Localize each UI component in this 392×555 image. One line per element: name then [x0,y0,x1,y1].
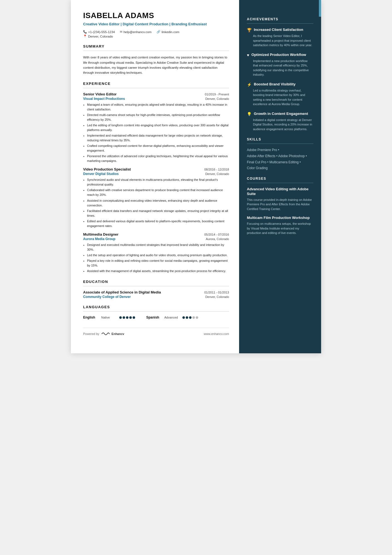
job-date-1: 01/2019 - Present [205,93,229,96]
edu-degree-1: Associate of Applied Science in Digital … [83,290,161,294]
achievements-divider [247,23,313,24]
lang-dots-spanish [182,316,198,319]
skill-line-2: Adobe After Effects • Adobe Photoshop • [247,154,313,159]
languages-section-title: LANGUAGES [83,305,229,309]
footer: Powered by Enhancv www.enhancv.com [83,328,229,336]
job-date-2: 08/2016 - 12/2018 [204,168,229,171]
job-header-1: Senior Video Editor 01/2019 - Present [83,92,229,96]
course-item-1: Advanced Video Editing with Adobe Suite … [247,187,313,211]
location-icon: 📍 [83,34,87,38]
lang-level-spanish: Advanced [164,316,180,319]
achievement-header-4: 💡 Growth in Content Engagement [247,112,313,116]
dot [119,316,122,319]
achievement-header-3: ⚡ Boosted Brand Visibility [247,82,313,87]
location-text: Denver, Colorado [88,35,113,38]
enhancv-brand-text: Enhancv [111,332,124,336]
powered-by-text: Powered by [83,332,99,336]
dot [129,316,132,319]
achievement-item-1: 🏆 Increased Client Satisfaction As the l… [247,28,313,48]
languages-row: English Native Spanish Advanced [83,315,229,319]
linkedin-item: 🔗 linkedin.com [157,30,179,34]
left-column: ISABELLA ADAMS Creative Video Editor | D… [71,0,239,353]
skills-list: Adobe Premiere Pro • Adobe After Effects… [247,148,313,171]
job-company-3: Aurora Media Group [83,237,115,241]
course-title-1: Advanced Video Editing with Adobe Suite [247,187,313,196]
bullet: Managed a team of editors, ensuring proj… [87,102,229,112]
bullet: Pioneered the utilization of advanced co… [87,154,229,163]
lang-name-english: English [83,315,98,319]
job-company-row-2: Denver Digital Studios Denver, Colorado [83,172,229,176]
trophy-icon: 🏆 [247,28,252,32]
achievement-title-2: Optimized Production Workflow [251,53,306,57]
phone-item: 📞 +1-(234)-555-1234 [83,30,115,34]
footer-website: www.enhancv.com [204,332,229,336]
job-bullets-2: Synchronized audio and visual elements i… [87,177,229,228]
dot [123,316,125,319]
bullet: Assisted in conceptualizing and executin… [87,198,229,208]
courses-divider [247,183,313,183]
achievement-header-1: 🏆 Increased Client Satisfaction [247,28,313,32]
achievement-item-4: 💡 Growth in Content Engagement Initiated… [247,112,313,132]
footer-logo: Powered by Enhancv [83,331,124,336]
achievement-header-2: ♥ Optimized Production Workflow [247,53,313,57]
resume-page: ISABELLA ADAMS Creative Video Editor | D… [71,0,321,353]
bullet: Edited and delivered various digital ass… [87,219,229,228]
achievements-title: ACHIEVEMENTS [247,17,313,21]
education-divider [83,286,229,286]
education-section-title: EDUCATION [83,280,229,284]
bullet: Synchronized audio and visual elements i… [87,177,229,187]
lang-dots-english [119,316,135,319]
summary-text: With over 8 years of video editing and c… [83,55,229,75]
edu-school-1: Community College of Denver [83,295,131,299]
courses-title: COURSES [247,177,313,181]
summary-divider [83,51,229,51]
dot [126,316,128,319]
job-date-3: 05/2014 - 07/2016 [204,233,229,236]
linkedin-icon: 🔗 [157,30,160,34]
edu-date-1: 01/2011 - 01/2013 [204,291,229,294]
job-company-2: Denver Digital Studios [83,172,119,176]
dot [133,316,135,319]
job-bullets-1: Managed a team of editors, ensuring proj… [87,102,229,164]
skill-line-4: Color Grading [247,166,313,171]
job-location-3: Aurora, Colorado [206,237,229,241]
language-item-english: English Native [83,315,135,319]
skill-line-1: Adobe Premiere Pro • [247,148,313,152]
dot [196,316,198,319]
edu-header-1: Associate of Applied Science in Digital … [83,290,229,294]
languages-divider [83,311,229,312]
dot [182,316,185,319]
bullet: Designed and executed multimedia content… [87,243,229,252]
bullet: Crafted compelling captioned content for… [87,144,229,153]
achievement-title-4: Growth in Content Engagement [254,112,308,116]
achievement-desc-2: Implemented a new production workflow th… [253,59,313,77]
skills-divider [247,144,313,144]
candidate-name: ISABELLA ADAMS [83,11,229,20]
heart-icon: ♥ [247,53,249,57]
achievement-desc-4: Initiated a digital content strategy at … [253,118,313,132]
job-bullets-3: Designed and executed multimedia content… [87,243,229,273]
bullet: Played a key role in editing and refinin… [87,258,229,268]
edu-school-row-1: Community College of Denver Denver, Colo… [83,295,229,299]
course-item-2: Multicam Film Production Workshop Focusi… [247,216,313,235]
job-location-2: Denver, Colorado [205,172,229,176]
achievement-item-3: ⚡ Boosted Brand Visibility Led a multime… [247,82,313,107]
course-desc-1: This course provided in-depth training o… [247,198,313,211]
bullet: Led the editing of longform content into… [87,123,229,132]
skills-title: SKILLS [247,137,313,141]
bullet: Collaborated with creative services depa… [87,188,229,197]
job-title-2: Video Production Specialist [83,167,131,171]
language-item-spanish: Spanish Advanced [146,315,198,319]
contact-row: 📞 +1-(234)-555-1234 ✉ help@enhancv.com 🔗… [83,30,229,34]
accent-bar [319,0,321,17]
email-text: help@enhancv.com [123,30,152,34]
right-column: ACHIEVEMENTS 🏆 Increased Client Satisfac… [239,0,321,353]
dot [192,316,195,319]
phone-icon: 📞 [83,30,87,34]
phone-text: +1-(234)-555-1234 [88,30,115,34]
course-desc-2: Focusing on multicamera setups, the work… [247,221,313,235]
job-location-1: Denver, Colorado [205,97,229,100]
email-icon: ✉ [120,30,122,34]
linkedin-text: linkedin.com [162,30,179,34]
email-item: ✉ help@enhancv.com [120,30,152,34]
